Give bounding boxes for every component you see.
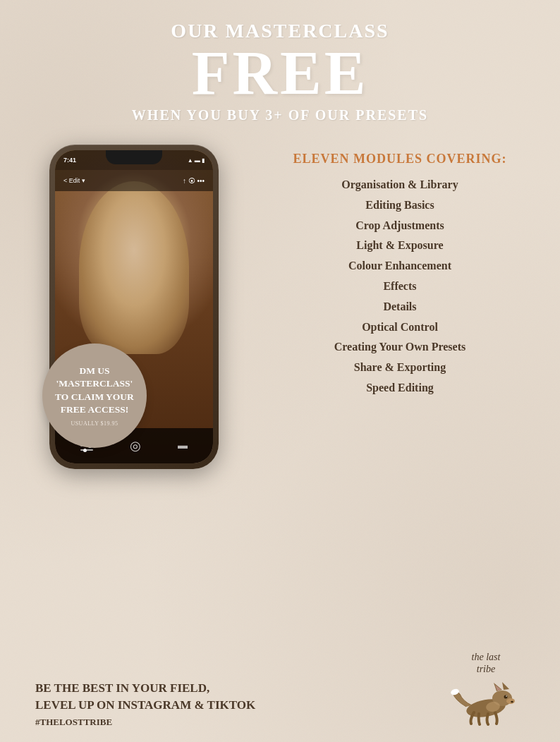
svg-marker-4 [502,682,509,690]
left-column: 7:41 ▲ ▬ ▮ < Edit ▾ ↑ ⦿ ••• [14,138,254,469]
list-item: Creating Your Own Presets [334,337,466,358]
list-item: Speed Editing [334,378,466,399]
dial-icon: ◎ [130,438,141,454]
list-item: Crop Adjustments [334,216,466,236]
list-item: Share & Exporting [334,358,466,378]
list-item: Colour Enhancement [334,256,466,276]
phone-notch [106,150,162,164]
phone-toolbar-icons: ↑ ⦿ ••• [183,177,205,185]
bottom-line1: BE THE BEST IN YOUR FIELD, [35,680,255,697]
phone-status-icons: ▲ ▬ ▮ [188,157,205,164]
phone-edit-button[interactable]: < Edit ▾ [63,177,85,184]
slider-bar-icon: ▬ [178,440,188,451]
header-when: WHEN YOU BUY 3+ OF OUR PRESETS [132,107,428,123]
modules-list: Organisation & Library Editing Basics Cr… [334,175,466,399]
phone-mockup: 7:41 ▲ ▬ ▮ < Edit ▾ ↑ ⦿ ••• [49,145,219,469]
list-item: Editing Basics [334,195,466,216]
phone-time: 7:41 [63,157,76,164]
list-item: Details [334,297,466,317]
list-item: Optical Control [334,317,466,338]
svg-point-8 [511,701,513,703]
header-free: FREE [192,42,369,104]
dm-sub-text: USUALLY $19.95 [71,420,118,427]
svg-point-7 [506,695,507,697]
right-column: ELEVEN MODULES COVERING: Organisation & … [254,138,546,399]
svg-point-2 [506,698,515,704]
modules-title: ELEVEN MODULES COVERING: [293,152,506,166]
phone-toolbar: < Edit ▾ ↑ ⦿ ••• [55,170,213,191]
fox-illustration [447,679,525,728]
bottom-section: BE THE BEST IN YOUR FIELD, LEVEL UP ON I… [14,645,546,728]
fox-logo: the last tribe [447,652,525,728]
brand-name: the last tribe [472,652,501,676]
dm-circle: DM US'MASTERCLASS'TO CLAIM YOURFREE ACCE… [42,343,147,448]
page: OUR MASTERCLASS FREE WHEN YOU BUY 3+ OF … [0,0,560,742]
dm-main-text: DM US'MASTERCLASS'TO CLAIM YOURFREE ACCE… [55,365,134,416]
bottom-text-block: BE THE BEST IN YOUR FIELD, LEVEL UP ON I… [35,680,255,728]
hashtag: #THELOSTTRIBE [35,717,255,728]
main-content: 7:41 ▲ ▬ ▮ < Edit ▾ ↑ ⦿ ••• [14,138,546,645]
svg-point-6 [504,695,508,699]
bottom-line2: LEVEL UP ON INSTAGRAM & TIKTOK [35,697,255,714]
list-item: Organisation & Library [334,175,466,195]
list-item: Effects [334,276,466,297]
list-item: Light & Exposure [334,236,466,256]
